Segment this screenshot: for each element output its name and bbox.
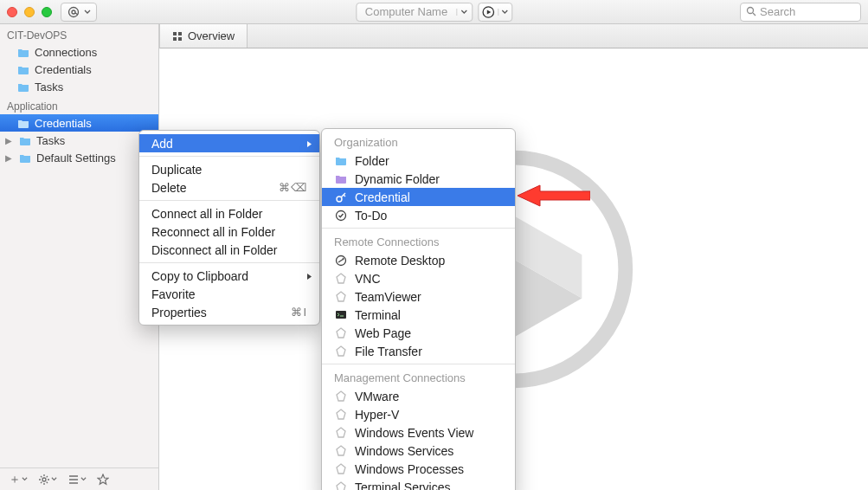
submenu-item-remote-desktop[interactable]: Remote Desktop xyxy=(322,251,515,269)
svg-rect-6 xyxy=(178,32,182,35)
tab-overview[interactable]: Overview xyxy=(160,24,248,48)
dynamic-folder-icon xyxy=(334,174,348,184)
folder-icon xyxy=(17,119,29,128)
sidebar-item-label: Credentials xyxy=(35,63,92,76)
menu-item-label: TeamViewer xyxy=(355,290,421,304)
menu-item-properties[interactable]: Properties ⌘I xyxy=(139,303,319,321)
minimize-window-button[interactable] xyxy=(24,7,35,17)
submenu-item-hyperv[interactable]: Hyper-V xyxy=(322,405,515,423)
menu-item-label: Reconnect all in Folder xyxy=(151,225,275,239)
connection-icon xyxy=(334,345,348,358)
menu-item-label: Windows Processes xyxy=(355,462,464,476)
sidebar-item-default-settings[interactable]: ▶ Default Settings xyxy=(0,149,158,166)
disclosure-triangle-icon[interactable]: ▶ xyxy=(5,136,14,145)
submenu-section-remote: Remote Connections xyxy=(322,232,515,251)
menu-item-label: Favorite xyxy=(151,287,196,301)
submenu-item-web-page[interactable]: Web Page xyxy=(322,324,515,342)
folder-icon xyxy=(19,153,31,163)
chevron-down-icon xyxy=(84,6,91,18)
folder-icon xyxy=(334,156,348,165)
submenu-item-todo[interactable]: To-Do xyxy=(322,206,515,224)
search-field[interactable] xyxy=(740,3,861,22)
connection-icon xyxy=(334,481,348,491)
zoom-window-button[interactable] xyxy=(42,7,52,17)
menu-item-label: Folder xyxy=(355,154,389,168)
menu-item-copy-clipboard[interactable]: Copy to Clipboard xyxy=(139,267,319,285)
menu-item-connect-all[interactable]: Connect all in Folder xyxy=(139,204,319,222)
sidebar-item-app-credentials[interactable]: Credentials xyxy=(0,114,158,132)
submenu-item-teamviewer[interactable]: TeamViewer xyxy=(322,287,515,306)
add-dropdown-button[interactable]: ＋ xyxy=(9,472,28,487)
folder-icon xyxy=(17,65,29,74)
chevron-down-icon xyxy=(456,9,472,16)
connection-icon xyxy=(334,273,348,285)
tab-label: Overview xyxy=(188,29,235,42)
search-input[interactable] xyxy=(760,5,855,18)
submenu-section-organization: Organization xyxy=(322,132,515,152)
sidebar: CIT-DevOPS Connections Credentials Tasks… xyxy=(0,24,159,490)
search-icon xyxy=(746,4,756,20)
submenu-item-win-processes[interactable]: Windows Processes xyxy=(322,460,515,478)
menu-item-add[interactable]: Add xyxy=(139,134,319,152)
target-dropdown-button[interactable] xyxy=(61,3,97,22)
sidebar-footer-toolbar: ＋ xyxy=(0,467,158,490)
sidebar-item-app-tasks[interactable]: ▶ Tasks xyxy=(0,132,158,149)
target-icon xyxy=(67,6,80,18)
gear-dropdown-button[interactable] xyxy=(38,474,57,486)
disclosure-triangle-icon[interactable]: ▶ xyxy=(5,153,14,163)
submenu-item-file-transfer[interactable]: File Transfer xyxy=(322,342,515,360)
sidebar-group-devops: CIT-DevOPS xyxy=(0,24,158,43)
menu-item-label: Duplicate xyxy=(151,163,202,177)
svg-point-0 xyxy=(69,7,79,16)
titlebar: Computer Name xyxy=(0,0,868,24)
submenu-item-terminal[interactable]: Terminal xyxy=(322,306,515,324)
chevron-down-icon xyxy=(498,9,511,16)
submenu-item-vmware[interactable]: VMware xyxy=(322,387,515,405)
menu-item-disconnect-all[interactable]: Disconnect all in Folder xyxy=(139,241,319,259)
menu-item-delete[interactable]: Delete ⌘⌫ xyxy=(139,178,319,197)
submenu-arrow-icon xyxy=(306,137,312,151)
connection-icon xyxy=(334,445,348,457)
menu-item-label: Copy to Clipboard xyxy=(151,269,248,283)
svg-rect-7 xyxy=(173,37,177,41)
sidebar-item-label: Tasks xyxy=(36,134,65,147)
menu-item-label: Windows Events View xyxy=(355,426,473,440)
submenu-item-folder[interactable]: Folder xyxy=(322,152,515,170)
menu-item-favorite[interactable]: Favorite xyxy=(139,285,319,303)
tab-strip: Overview xyxy=(159,24,868,48)
sidebar-item-label: Credentials xyxy=(35,117,92,130)
close-window-button[interactable] xyxy=(7,7,17,17)
menu-item-label: Remote Desktop xyxy=(355,254,445,268)
submenu-item-win-events[interactable]: Windows Events View xyxy=(322,423,515,442)
sidebar-item-label: Connections xyxy=(35,46,97,59)
connection-icon xyxy=(334,291,348,303)
computer-name-dropdown[interactable]: Computer Name xyxy=(356,3,473,22)
computer-name-placeholder: Computer Name xyxy=(357,5,456,18)
keyboard-shortcut: ⌘⌫ xyxy=(279,181,307,194)
menu-item-reconnect-all[interactable]: Reconnect all in Folder xyxy=(139,222,319,241)
sidebar-item-tasks[interactable]: Tasks xyxy=(0,78,158,95)
submenu-item-credential[interactable]: Credential xyxy=(322,188,515,206)
run-dropdown-button[interactable] xyxy=(478,3,512,22)
submenu-item-vnc[interactable]: VNC xyxy=(322,269,515,287)
menu-separator xyxy=(139,262,319,263)
menu-item-label: Web Page xyxy=(355,326,411,340)
submenu-item-win-services[interactable]: Windows Services xyxy=(322,442,515,460)
list-dropdown-button[interactable] xyxy=(68,474,87,485)
terminal-icon xyxy=(334,310,348,319)
submenu-arrow-icon xyxy=(306,269,312,283)
remote-desktop-icon xyxy=(334,255,348,267)
folder-icon xyxy=(17,48,29,57)
menu-item-label: Hyper-V xyxy=(355,408,399,422)
sidebar-item-credentials[interactable]: Credentials xyxy=(0,61,158,78)
grid-icon xyxy=(172,31,183,42)
play-icon xyxy=(479,5,498,19)
menu-item-label: To-Do xyxy=(355,209,387,222)
sidebar-item-connections[interactable]: Connections xyxy=(0,43,158,61)
svg-point-1 xyxy=(72,10,75,14)
submenu-item-terminal-services[interactable]: Terminal Services xyxy=(322,478,515,490)
submenu-item-dynamic-folder[interactable]: Dynamic Folder xyxy=(322,170,515,188)
menu-item-duplicate[interactable]: Duplicate xyxy=(139,160,319,178)
sidebar-item-label: Default Settings xyxy=(36,152,116,164)
favorite-star-button[interactable] xyxy=(97,474,109,486)
